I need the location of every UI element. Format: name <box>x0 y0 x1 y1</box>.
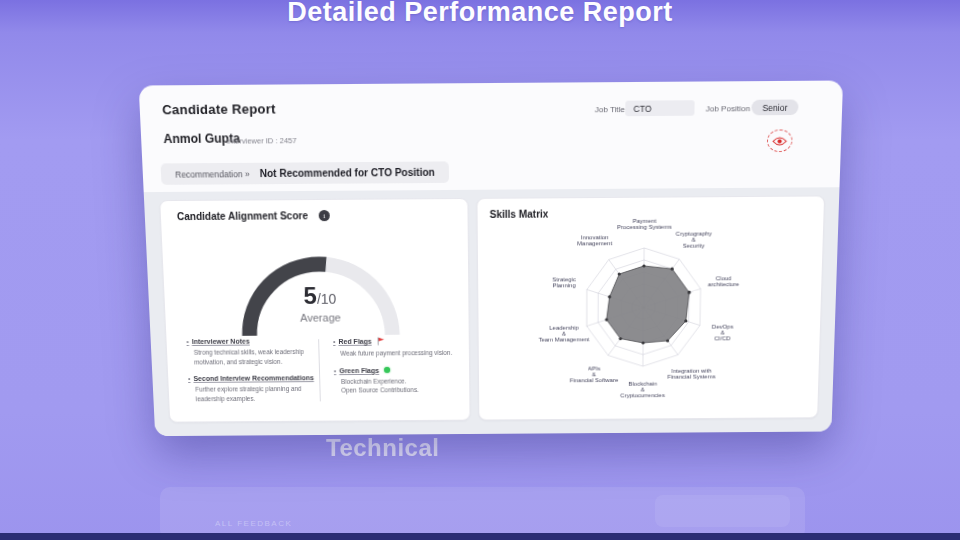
background-footer-blob <box>655 495 790 527</box>
green-dot-icon <box>384 367 390 373</box>
card-title: Candidate Report <box>162 101 276 117</box>
svg-text:DevOps&CI/CD: DevOps&CI/CD <box>712 323 734 342</box>
second-interview-body: Further explore strategic planning and l… <box>195 384 315 403</box>
job-title-label: Job Title <box>595 105 625 115</box>
svg-text:Leadership&Team Management: Leadership&Team Management <box>539 324 590 343</box>
bottom-bar <box>0 533 960 540</box>
bullet-icon: • <box>333 338 336 345</box>
green-flags-heading: • Green Flags <box>334 366 462 374</box>
red-flag-icon <box>376 337 384 346</box>
background-footer-label: ALL FEEDBACK <box>215 519 292 528</box>
svg-text:Cryptography&Security: Cryptography&Security <box>676 230 713 249</box>
notes-divider <box>318 339 321 401</box>
page-title: Detailed Performance Report <box>0 0 960 28</box>
svg-text:InnovationManagement: InnovationManagement <box>577 234 612 247</box>
gauge-score: 5/10 <box>214 281 426 310</box>
red-flags-heading: • Red Flags <box>333 336 462 346</box>
bullet-icon: • <box>188 375 191 382</box>
alignment-score-panel: Candidate Alignment Score i 5/10 Average… <box>159 198 470 423</box>
skills-matrix-panel: Skills Matrix PaymentProcessing SystemsC… <box>476 195 825 420</box>
svg-text:Integration withFinancial Syst: Integration withFinancial Systems <box>667 367 715 379</box>
background-word-technical: Technical <box>326 434 439 462</box>
recommendation-pill: Recommendation » Not Recommended for CTO… <box>161 162 449 185</box>
svg-text:Cloudarchitecture: Cloudarchitecture <box>708 275 740 287</box>
flags-column: • Red Flags Weak future payment processi… <box>333 336 463 404</box>
interviewer-notes-column: • Interviewer Notes Strong technical ski… <box>186 337 315 412</box>
alignment-score-title: Candidate Alignment Score <box>177 210 308 222</box>
eye-icon <box>772 135 788 146</box>
green-flags-body: Blockchain Experience. Open Source Contr… <box>341 376 463 395</box>
job-position-select[interactable]: Senior <box>751 99 798 115</box>
interviewer-notes-heading: • Interviewer Notes <box>186 337 313 345</box>
svg-text:StrategicPlanning: StrategicPlanning <box>552 276 576 288</box>
interviewer-id: Interviewer ID : 2457 <box>226 136 296 146</box>
interviewer-notes-body: Strong technical skills, weak leadership… <box>194 347 314 367</box>
svg-text:Blockchain&Cryptocurrencies: Blockchain&Cryptocurrencies <box>620 380 665 398</box>
info-icon[interactable]: i <box>319 210 330 221</box>
gauge-caption: Average <box>215 311 426 324</box>
skills-radar-chart: PaymentProcessing SystemsCryptography&Se… <box>477 196 826 421</box>
red-flags-body: Weak future payment processing vision. <box>340 348 462 358</box>
candidate-report-card: Candidate Report Job Title Job Position … <box>139 81 843 437</box>
svg-text:PaymentProcessing Systems: PaymentProcessing Systems <box>617 218 672 231</box>
bullet-icon: • <box>334 367 337 374</box>
view-eye-button[interactable] <box>767 129 793 152</box>
card-body: Candidate Alignment Score i 5/10 Average… <box>144 187 840 436</box>
alignment-gauge: 5/10 Average <box>212 223 427 343</box>
recommendation-value: Not Recommended for CTO Position <box>260 167 435 179</box>
job-title-input[interactable] <box>625 100 694 116</box>
second-interview-heading: • Second Interview Recommendations <box>188 375 314 383</box>
job-position-label: Job Position <box>706 104 751 114</box>
svg-text:APIs&Financial Software: APIs&Financial Software <box>570 365 619 384</box>
bullet-icon: • <box>186 338 189 345</box>
recommendation-label: Recommendation » <box>175 169 250 180</box>
